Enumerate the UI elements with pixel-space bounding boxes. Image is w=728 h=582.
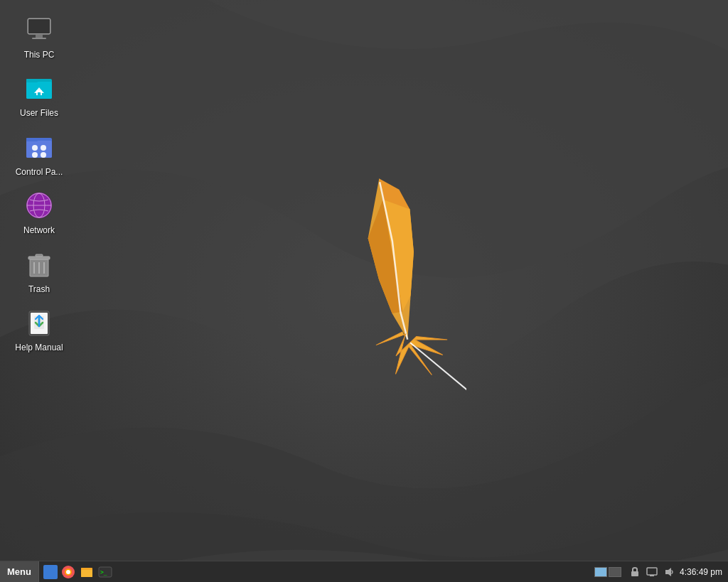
svg-rect-7 — [26, 79, 38, 82]
trash-label: Trash — [28, 284, 50, 294]
taskbar-files-icon[interactable] — [79, 564, 95, 580]
desktop-icons-column: This PC User Files — [7, 7, 71, 358]
svg-rect-3 — [36, 35, 43, 38]
svg-rect-39 — [631, 571, 638, 576]
taskbar-firefox-icon[interactable] — [60, 564, 76, 580]
svg-rect-35 — [81, 570, 92, 577]
this-pc-label: This PC — [24, 50, 55, 60]
svg-marker-42 — [665, 568, 671, 576]
control-panel-icon-image — [22, 130, 56, 164]
control-panel-icon[interactable]: Control Pa... — [7, 124, 71, 183]
taskbar-terminal-icon[interactable]: >_ — [97, 564, 113, 580]
taskbar-desktop-icon[interactable] — [43, 565, 58, 579]
workspace-2[interactable] — [609, 567, 621, 577]
svg-rect-41 — [650, 575, 654, 576]
this-pc-icon[interactable]: This PC — [7, 7, 71, 65]
trash-icon[interactable]: Trash — [7, 242, 71, 300]
svg-point-13 — [32, 145, 38, 151]
network-icon[interactable]: Network — [7, 183, 71, 241]
taskbar-tray: 4:36:49 pm — [586, 566, 728, 578]
svg-point-33 — [66, 570, 70, 574]
tray-lock-icon[interactable] — [628, 566, 641, 578]
svg-rect-40 — [647, 568, 657, 575]
this-pc-icon-image — [22, 13, 56, 47]
svg-rect-11 — [26, 141, 52, 158]
desktop: This PC User Files — [0, 0, 728, 582]
taskbar: Menu — [0, 561, 728, 582]
svg-point-16 — [41, 152, 46, 158]
control-panel-label: Control Pa... — [16, 167, 63, 177]
svg-rect-9 — [38, 92, 41, 95]
tray-volume-icon[interactable] — [663, 566, 675, 578]
svg-rect-26 — [28, 257, 50, 259]
svg-point-14 — [41, 145, 46, 151]
user-files-label: User Files — [20, 108, 58, 118]
desktop-background — [0, 0, 728, 582]
user-files-icon-image — [22, 71, 56, 105]
svg-rect-2 — [28, 19, 50, 33]
svg-rect-36 — [81, 568, 86, 570]
svg-text:>_: >_ — [100, 569, 107, 576]
svg-rect-12 — [26, 138, 38, 141]
tray-screen-icon[interactable] — [646, 566, 658, 578]
help-manual-icon[interactable]: Help Manual — [7, 300, 71, 358]
menu-label: Menu — [7, 566, 31, 577]
svg-rect-27 — [36, 254, 43, 257]
svg-rect-4 — [32, 38, 46, 39]
workspace-1[interactable] — [594, 567, 607, 577]
svg-point-15 — [32, 152, 38, 158]
network-icon-image — [22, 188, 56, 222]
taskbar-apps: >_ — [39, 564, 586, 580]
help-manual-label: Help Manual — [15, 343, 63, 352]
network-label: Network — [23, 225, 55, 235]
trash-icon-image — [22, 247, 56, 281]
workspace-switcher — [592, 567, 624, 577]
taskbar-time: 4:36:49 pm — [680, 567, 722, 577]
user-files-icon[interactable]: User Files — [7, 65, 71, 124]
menu-button[interactable]: Menu — [0, 561, 39, 582]
help-manual-icon-image — [22, 306, 56, 340]
